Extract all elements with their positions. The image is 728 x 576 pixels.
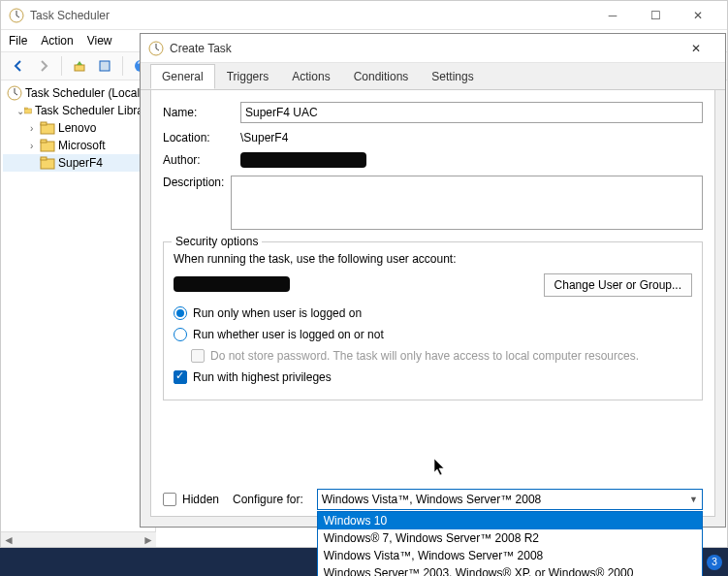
tab-general[interactable]: General: [150, 64, 215, 89]
main-titlebar[interactable]: Task Scheduler ─ ☐ ✕: [1, 1, 727, 30]
maximize-button[interactable]: ☐: [634, 2, 677, 29]
author-label: Author:: [163, 153, 240, 167]
tree-hscrollbar[interactable]: ◄ ►: [1, 531, 156, 547]
expand-icon[interactable]: ⌄: [16, 106, 24, 116]
clock-icon: [9, 8, 24, 23]
dialog-titlebar[interactable]: Create Task ✕: [141, 34, 725, 63]
location-label: Location:: [163, 131, 240, 144]
dropdown-option[interactable]: Windows Vista™, Windows Server™ 2008: [318, 547, 702, 564]
svg-rect-2: [100, 61, 110, 71]
dialog-close-button[interactable]: ✕: [675, 35, 717, 62]
security-options-group: Security options When running the task, …: [163, 241, 703, 400]
create-task-dialog: Create Task ✕ General Triggers Actions C…: [140, 33, 726, 528]
radio-run-whether[interactable]: Run whether user is logged on or not: [174, 328, 692, 341]
dropdown-option[interactable]: Windows Server™ 2003, Windows® XP, or Wi…: [318, 564, 702, 576]
user-account-value: [174, 276, 534, 295]
tab-actions[interactable]: Actions: [280, 64, 341, 89]
menu-view[interactable]: View: [87, 34, 112, 48]
clock-icon: [148, 41, 164, 56]
svg-rect-13: [41, 157, 47, 160]
radio-run-logged-on[interactable]: Run only when user is logged on: [174, 306, 692, 320]
name-input[interactable]: [240, 102, 703, 123]
security-legend: Security options: [172, 235, 262, 248]
highest-priv-label: Run with highest privileges: [193, 370, 332, 384]
library-icon: [24, 103, 32, 118]
radio-label: Run only when user is logged on: [193, 306, 362, 320]
dialog-title: Create Task: [170, 42, 675, 55]
minimize-button[interactable]: ─: [591, 2, 634, 29]
tab-conditions[interactable]: Conditions: [342, 64, 421, 89]
scroll-right-icon[interactable]: ►: [141, 533, 156, 547]
checkbox-hidden-row[interactable]: Hidden: [163, 493, 219, 506]
tree-label: Task Scheduler (Local): [25, 86, 143, 100]
menu-file[interactable]: File: [9, 34, 27, 48]
expand-icon[interactable]: ›: [30, 123, 40, 134]
tree-pane[interactable]: Task Scheduler (Local) ⌄ Task Scheduler …: [1, 80, 156, 547]
notification-badge[interactable]: 3: [707, 555, 722, 570]
tree-library[interactable]: ⌄ Task Scheduler Library: [3, 102, 153, 119]
radio-icon: [174, 306, 187, 320]
hidden-label: Hidden: [182, 493, 219, 506]
checkbox-highest-privileges-row[interactable]: Run with highest privileges: [174, 370, 692, 384]
tree-item[interactable]: › Microsoft: [3, 137, 153, 154]
properties-button[interactable]: [93, 54, 116, 78]
folder-icon: [40, 138, 55, 153]
general-tab-panel: Name: Location: \SuperF4 Author: Descrip…: [150, 90, 715, 517]
tree-item[interactable]: › Lenovo: [3, 119, 153, 137]
tree-label: SuperF4: [58, 156, 103, 170]
tab-triggers[interactable]: Triggers: [215, 64, 281, 89]
dropdown-option[interactable]: Windows 10: [318, 512, 702, 529]
tabstrip: General Triggers Actions Conditions Sett…: [141, 63, 725, 90]
tab-settings[interactable]: Settings: [420, 64, 485, 89]
description-label: Description:: [163, 176, 231, 189]
menu-action[interactable]: Action: [41, 34, 73, 48]
close-button[interactable]: ✕: [677, 2, 719, 29]
description-input[interactable]: [231, 176, 703, 230]
change-user-button[interactable]: Change User or Group...: [544, 273, 692, 297]
clock-icon: [7, 85, 22, 101]
tree-label: Lenovo: [58, 121, 96, 135]
security-prompt: When running the task, use the following…: [174, 252, 692, 266]
scroll-left-icon[interactable]: ◄: [1, 533, 16, 547]
svg-rect-1: [75, 65, 84, 71]
configure-for-dropdown: Windows 10 Windows® 7, Windows Server™ 2…: [317, 511, 703, 576]
main-title: Task Scheduler: [30, 9, 591, 22]
author-value-redacted: [240, 152, 366, 168]
name-label: Name:: [163, 106, 240, 119]
toolbar-separator: [61, 56, 62, 76]
svg-rect-9: [41, 122, 47, 125]
folder-icon: [40, 155, 55, 171]
configure-for-combo[interactable]: Windows Vista™, Windows Server™ 2008 ▼ W…: [317, 489, 703, 510]
tree-label: Microsoft: [58, 139, 106, 152]
no-store-label: Do not store password. The task will onl…: [210, 349, 639, 363]
checkbox-hidden: [163, 493, 176, 506]
toolbar-separator: [122, 56, 123, 76]
svg-rect-7: [24, 108, 27, 109]
checkbox-no-store: [191, 349, 205, 363]
radio-label: Run whether user is logged on or not: [193, 328, 384, 341]
dropdown-option[interactable]: Windows® 7, Windows Server™ 2008 R2: [318, 529, 702, 547]
tree-label: Task Scheduler Library: [35, 104, 153, 117]
radio-icon: [174, 328, 187, 341]
combo-selected: Windows Vista™, Windows Server™ 2008: [322, 493, 542, 506]
up-button[interactable]: [68, 54, 91, 78]
configure-for-label: Configure for:: [233, 493, 303, 506]
tree-item-selected[interactable]: SuperF4: [3, 154, 153, 172]
tree-root[interactable]: Task Scheduler (Local): [3, 84, 153, 102]
folder-icon: [40, 120, 55, 136]
forward-button[interactable]: [32, 54, 55, 78]
expand-icon[interactable]: ›: [30, 141, 40, 151]
back-button[interactable]: [7, 54, 30, 78]
svg-rect-11: [41, 140, 47, 143]
checkbox-highest-privileges: [174, 370, 187, 384]
bottom-row: Hidden Configure for: Windows Vista™, Wi…: [163, 489, 703, 510]
chevron-down-icon: ▼: [689, 495, 698, 504]
location-value: \SuperF4: [240, 131, 288, 144]
